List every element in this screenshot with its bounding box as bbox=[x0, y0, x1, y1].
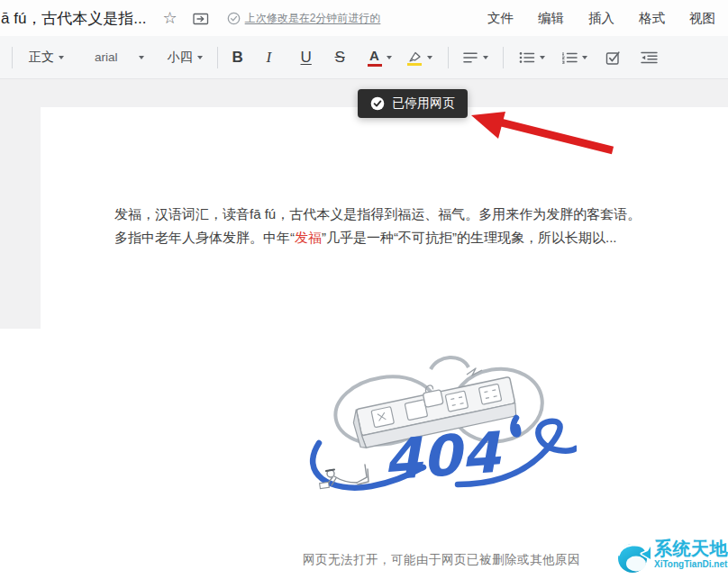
highlight-color-button[interactable] bbox=[406, 50, 432, 66]
menu-edit[interactable]: 编辑 bbox=[538, 10, 564, 27]
banner-label: 已停用网页 bbox=[392, 95, 455, 112]
font-color-icon: A bbox=[368, 49, 382, 67]
font-size-value: 小四 bbox=[168, 50, 193, 66]
menu-view[interactable]: 视图 bbox=[689, 10, 715, 27]
chevron-down-icon bbox=[483, 56, 488, 59]
watermark-brand: 系统天地 bbox=[654, 538, 728, 559]
menu-file[interactable]: 文件 bbox=[487, 10, 514, 27]
error-message: 网页无法打开，可能由于网页已被删除或其他原因 bbox=[303, 553, 580, 566]
paragraph-style-value: 正文 bbox=[29, 50, 54, 66]
highlighter-icon bbox=[406, 50, 423, 66]
document-title[interactable]: ā fú，古代本义是指... bbox=[1, 8, 147, 29]
bullet-list-icon bbox=[519, 51, 535, 64]
italic-button[interactable]: I bbox=[267, 49, 285, 67]
strikethrough-button[interactable]: S bbox=[335, 49, 353, 67]
font-family-value: arial bbox=[95, 50, 118, 64]
font-size-select[interactable]: 小四 bbox=[168, 50, 203, 66]
doc-line2-after: ”几乎是一种“不可抗拒”的生理现象，所以长期以... bbox=[322, 230, 617, 245]
menu-bar: 文件 编辑 插入 格式 视图 bbox=[487, 0, 715, 36]
toolbar-divider bbox=[503, 47, 504, 68]
numbered-list-icon bbox=[561, 51, 578, 64]
numbered-list-button[interactable] bbox=[561, 51, 587, 64]
menu-insert[interactable]: 插入 bbox=[588, 10, 614, 27]
check-circle-icon bbox=[227, 12, 241, 25]
menu-format[interactable]: 格式 bbox=[639, 10, 665, 27]
paragraph-style-select[interactable]: 正文 bbox=[29, 50, 64, 66]
toolbar-divider bbox=[217, 47, 218, 68]
toolbar-divider bbox=[448, 47, 449, 68]
star-icon[interactable]: ☆ bbox=[163, 8, 177, 28]
doc-line2-red: 发福 bbox=[295, 230, 322, 245]
doc-line1: 发福，汉语词汇，读音fā fú，古代本义是指得到福运、福气。多用来作为发胖的客套… bbox=[114, 206, 641, 222]
font-color-button[interactable]: A bbox=[368, 49, 392, 67]
align-button[interactable] bbox=[463, 51, 488, 64]
page-disabled-banner: 已停用网页 bbox=[358, 89, 468, 118]
error-code: 404 bbox=[381, 419, 505, 493]
document-text[interactable]: 发福，汉语词汇，读音fā fú，古代本义是指得到福运、福气。多用来作为发胖的客套… bbox=[114, 203, 716, 249]
chevron-down-icon bbox=[582, 56, 587, 59]
underline-button[interactable]: U bbox=[301, 49, 319, 67]
align-left-icon bbox=[463, 51, 478, 64]
chevron-down-icon bbox=[197, 56, 203, 59]
checkbox-icon bbox=[605, 50, 621, 65]
check-circle-filled-icon bbox=[370, 96, 385, 111]
chevron-down-icon bbox=[427, 56, 432, 59]
titlebar: ā fú，古代本义是指... ☆ 上次修改是在2分钟前进行的 文件 编辑 插入 … bbox=[0, 0, 728, 36]
chevron-down-icon bbox=[139, 56, 144, 59]
toolbar-divider bbox=[12, 47, 13, 68]
chevron-down-icon bbox=[540, 56, 545, 59]
move-to-folder-icon[interactable] bbox=[193, 12, 209, 25]
format-toolbar: 正文 arial 小四 B I U S A bbox=[0, 36, 728, 79]
bold-button[interactable]: B bbox=[232, 49, 250, 67]
bullet-list-button[interactable] bbox=[519, 51, 545, 64]
doc-line2-before: 多指中老年人身体发胖。中年“ bbox=[114, 230, 295, 245]
font-family-select[interactable]: arial bbox=[95, 50, 144, 64]
chevron-down-icon bbox=[387, 56, 392, 59]
checklist-button[interactable] bbox=[605, 50, 621, 65]
outdent-icon bbox=[641, 51, 658, 64]
power-strip-404-illustration: 404 bbox=[306, 349, 577, 511]
last-modified-text: 上次修改是在2分钟前进行的 bbox=[245, 11, 381, 26]
chevron-down-icon bbox=[59, 56, 64, 59]
watermark-site: XiTongTianDi.net bbox=[654, 559, 728, 570]
outdent-button[interactable] bbox=[641, 51, 658, 64]
xitongtiandi-logo-icon bbox=[614, 538, 652, 577]
red-arrow-annotation bbox=[455, 97, 626, 160]
save-status[interactable]: 上次修改是在2分钟前进行的 bbox=[227, 11, 381, 26]
watermark: 系统天地 XiTongTianDi.net bbox=[614, 538, 728, 577]
